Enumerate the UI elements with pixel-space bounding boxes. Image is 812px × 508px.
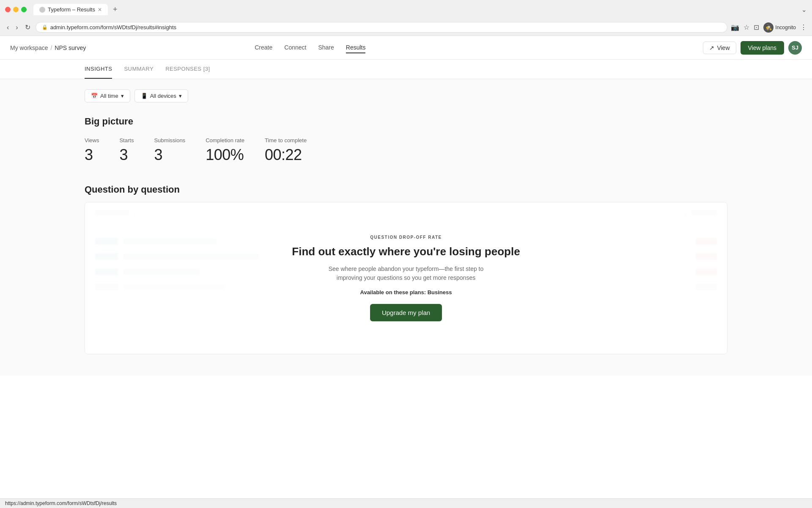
calendar-icon: 📅 — [91, 93, 98, 99]
view-label: View — [717, 44, 730, 51]
stat-submissions-label: Submissions — [154, 137, 185, 144]
url-text: admin.typeform.com/form/sWDtsfDj/results… — [50, 24, 176, 30]
stat-time-value: 00:22 — [265, 146, 307, 164]
stat-completion-value: 100% — [206, 146, 244, 164]
content-tabs: INSIGHTS SUMMARY RESPONSES [3] — [0, 60, 812, 79]
incognito-icon: 🕵 — [763, 22, 774, 33]
devices-filter-label: All devices — [150, 93, 176, 99]
tab-bar: Typeform – Results ✕ + — [33, 3, 798, 16]
reload-button[interactable]: ↻ — [23, 22, 32, 33]
upgrade-plans: Available on these plans: Business — [360, 289, 452, 295]
lock-icon: 🔒 — [42, 25, 48, 30]
tab-insights[interactable]: INSIGHTS — [85, 60, 112, 79]
stat-views: Views 3 — [85, 137, 99, 164]
upgrade-desc: See where people abandon your typeform—t… — [326, 265, 486, 282]
window-icon[interactable]: ⊡ — [754, 23, 759, 31]
filters-row: 📅 All time ▾ 📱 All devices ▾ — [85, 89, 727, 102]
stat-starts-label: Starts — [119, 137, 134, 144]
menu-button[interactable]: ⋮ — [800, 23, 807, 31]
maximize-button[interactable] — [21, 7, 27, 12]
minimize-button[interactable] — [13, 7, 19, 12]
stat-submissions: Submissions 3 — [154, 137, 185, 164]
browser-tab[interactable]: Typeform – Results ✕ — [33, 4, 108, 15]
nav-results[interactable]: Results — [346, 42, 366, 53]
question-section-title: Question by question — [85, 184, 727, 195]
camera-off-icon[interactable]: 📷 — [731, 23, 739, 31]
browser-right-actions: ⌄ — [801, 6, 807, 14]
view-plans-button[interactable]: View plans — [741, 41, 784, 55]
question-section: Question by question ⋮ ⋮ — [85, 184, 727, 354]
stats-row: Views 3 Starts 3 Submissions 3 Completio… — [85, 137, 727, 164]
user-avatar[interactable]: SJ — [788, 41, 802, 55]
breadcrumb: My workspace / NPS survey — [10, 44, 86, 51]
upgrade-overlay: QUESTION DROP-OFF RATE Find out exactly … — [85, 202, 727, 354]
view-button[interactable]: ↗ View — [703, 41, 736, 54]
time-filter[interactable]: 📅 All time ▾ — [85, 89, 130, 102]
upgrade-label: QUESTION DROP-OFF RATE — [370, 235, 442, 240]
tab-summary[interactable]: SUMMARY — [124, 60, 154, 79]
upgrade-title: Find out exactly where you're losing peo… — [292, 245, 520, 259]
nav-bar: ‹ › ↻ 🔒 admin.typeform.com/form/sWDtsfDj… — [0, 19, 812, 36]
new-tab-button[interactable]: + — [110, 3, 121, 16]
tab-responses[interactable]: RESPONSES [3] — [165, 60, 210, 79]
breadcrumb-workspace[interactable]: My workspace — [10, 44, 48, 51]
app-header: My workspace / NPS survey Create Connect… — [0, 36, 812, 60]
question-card: ⋮ ⋮ — [85, 202, 727, 354]
stat-submissions-value: 3 — [154, 146, 185, 164]
nav-share[interactable]: Share — [318, 42, 334, 53]
stat-time: Time to complete 00:22 — [265, 137, 307, 164]
tab-close-button[interactable]: ✕ — [98, 7, 102, 13]
stat-completion-label: Completion rate — [206, 137, 244, 144]
big-picture-title: Big picture — [85, 116, 727, 127]
address-bar[interactable]: 🔒 admin.typeform.com/form/sWDtsfDj/resul… — [36, 22, 728, 33]
external-link-icon: ↗ — [709, 44, 714, 51]
tab-title: Typeform – Results — [48, 6, 95, 13]
stat-starts: Starts 3 — [119, 137, 134, 164]
time-filter-label: All time — [100, 93, 118, 99]
main-content: 📅 All time ▾ 📱 All devices ▾ Big picture… — [0, 79, 812, 375]
window-controls — [5, 7, 27, 12]
stat-views-value: 3 — [85, 146, 99, 164]
breadcrumb-current: NPS survey — [55, 44, 86, 51]
stat-time-label: Time to complete — [265, 137, 307, 144]
stat-starts-value: 3 — [119, 146, 134, 164]
nav-create[interactable]: Create — [255, 42, 272, 53]
stat-completion: Completion rate 100% — [206, 137, 244, 164]
incognito-badge: 🕵 Incognito — [763, 22, 796, 33]
forward-button[interactable]: › — [14, 22, 19, 33]
app-nav: Create Connect Share Results — [255, 42, 365, 53]
devices-filter[interactable]: 📱 All devices ▾ — [134, 89, 188, 102]
bookmark-icon[interactable]: ☆ — [743, 23, 749, 31]
incognito-label: Incognito — [775, 25, 796, 30]
big-picture-section: Big picture Views 3 Starts 3 Submissions… — [85, 116, 727, 164]
browser-expand-button[interactable]: ⌄ — [801, 6, 807, 14]
back-button[interactable]: ‹ — [5, 22, 11, 33]
header-actions: ↗ View View plans SJ — [703, 41, 802, 55]
stat-views-label: Views — [85, 137, 99, 144]
upgrade-button[interactable]: Upgrade my plan — [370, 304, 442, 321]
nav-connect[interactable]: Connect — [284, 42, 306, 53]
time-chevron-icon: ▾ — [121, 93, 124, 99]
breadcrumb-separator: / — [50, 44, 52, 51]
tab-favicon — [39, 7, 45, 13]
browser-chrome: Typeform – Results ✕ + ⌄ ‹ › ↻ 🔒 admin.t… — [0, 0, 812, 36]
browser-toolbar-actions: 📷 ☆ ⊡ 🕵 Incognito ⋮ — [731, 22, 807, 33]
devices-icon: 📱 — [141, 93, 148, 99]
close-button[interactable] — [5, 7, 11, 12]
devices-chevron-icon: ▾ — [179, 93, 182, 99]
title-bar: Typeform – Results ✕ + ⌄ — [0, 0, 812, 19]
